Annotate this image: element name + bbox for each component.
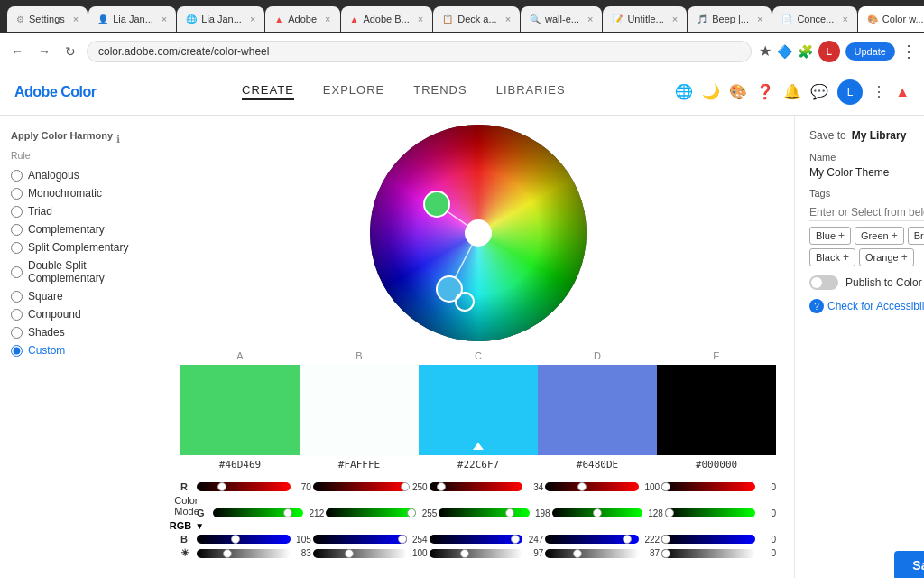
publish-toggle[interactable] bbox=[809, 275, 838, 290]
b-thumb-e[interactable] bbox=[661, 535, 670, 544]
rule-custom[interactable]: Custom bbox=[11, 341, 151, 359]
color-icon[interactable]: 🎨 bbox=[729, 83, 747, 100]
rule-double-split[interactable]: Double Split Complementary bbox=[11, 256, 151, 287]
color-mode-chevron[interactable]: ▼ bbox=[195, 521, 204, 531]
tab-close[interactable]: × bbox=[587, 14, 593, 24]
bright-track-e[interactable] bbox=[661, 549, 755, 558]
user-avatar[interactable]: L bbox=[837, 79, 863, 105]
tab-concept[interactable]: 📄 Conce... × bbox=[772, 6, 856, 32]
bright-thumb-b[interactable] bbox=[345, 549, 354, 558]
forward-button[interactable]: → bbox=[34, 42, 54, 61]
nav-explore[interactable]: EXPLORE bbox=[323, 83, 384, 100]
tab-beep[interactable]: 🎵 Beep |... × bbox=[688, 6, 772, 32]
moon-icon[interactable]: 🌙 bbox=[702, 83, 720, 100]
rule-complementary[interactable]: Complementary bbox=[11, 220, 151, 238]
tab-deck[interactable]: 📋 Deck a... × bbox=[433, 6, 520, 32]
tags-input[interactable] bbox=[809, 204, 924, 221]
tab-close[interactable]: × bbox=[757, 14, 762, 24]
tab-google[interactable]: 🔍 wall-e... × bbox=[521, 6, 602, 32]
rule-double-radio[interactable] bbox=[11, 266, 23, 278]
bright-thumb-e[interactable] bbox=[661, 549, 670, 558]
extension-icon[interactable]: 🔷 bbox=[777, 44, 792, 59]
tab-lia2[interactable]: 🌐 Lia Jan... × bbox=[177, 6, 264, 32]
swatch-e[interactable] bbox=[657, 365, 776, 455]
rule-custom-radio[interactable] bbox=[11, 345, 23, 357]
apps-icon[interactable]: ⋮ bbox=[872, 83, 886, 100]
bright-track-d[interactable] bbox=[545, 549, 639, 558]
tab-close[interactable]: × bbox=[73, 14, 79, 24]
tab-close[interactable]: × bbox=[325, 14, 330, 24]
r-track-c[interactable] bbox=[430, 482, 523, 491]
address-input[interactable] bbox=[87, 41, 752, 62]
notification-icon[interactable]: 🔔 bbox=[783, 83, 801, 100]
share-icon[interactable]: 💬 bbox=[810, 83, 828, 100]
reload-button[interactable]: ↻ bbox=[61, 42, 79, 61]
r-track-d[interactable] bbox=[545, 482, 639, 491]
tab-adobe2[interactable]: ▲ Adobe B... × bbox=[341, 6, 433, 32]
rule-square-radio[interactable] bbox=[11, 291, 23, 303]
r-track-a[interactable] bbox=[197, 482, 291, 491]
g-thumb-d[interactable] bbox=[593, 508, 602, 517]
g-track-d[interactable] bbox=[552, 508, 642, 517]
g-thumb-e[interactable] bbox=[665, 508, 674, 517]
b-track-e[interactable] bbox=[661, 535, 755, 544]
tag-orange[interactable]: Orange + bbox=[859, 248, 914, 266]
b-thumb-a[interactable] bbox=[231, 535, 240, 544]
tab-close[interactable]: × bbox=[842, 14, 847, 24]
tag-blue[interactable]: Blue + bbox=[809, 227, 851, 245]
swatch-b[interactable] bbox=[300, 365, 419, 455]
g-track-c[interactable] bbox=[439, 508, 529, 517]
b-track-c[interactable] bbox=[430, 535, 523, 544]
r-thumb-d[interactable] bbox=[578, 482, 587, 491]
tab-settings[interactable]: ⚙ Settings × bbox=[7, 6, 88, 32]
rule-split-complementary[interactable]: Split Complementary bbox=[11, 238, 151, 256]
rule-triad-radio[interactable] bbox=[11, 206, 23, 218]
help-icon[interactable]: ❓ bbox=[756, 83, 774, 100]
bookmark-icon[interactable]: ★ bbox=[759, 42, 772, 60]
b-track-b[interactable] bbox=[313, 535, 407, 544]
tab-color-wheel[interactable]: 🎨 Color w... × bbox=[858, 6, 924, 32]
rule-triad[interactable]: Triad bbox=[11, 202, 151, 220]
b-thumb-c[interactable] bbox=[511, 535, 520, 544]
g-thumb-c[interactable] bbox=[505, 508, 514, 517]
bright-thumb-d[interactable] bbox=[573, 549, 582, 558]
rule-split-radio[interactable] bbox=[11, 242, 23, 254]
r-thumb-c[interactable] bbox=[437, 482, 446, 491]
name-input[interactable] bbox=[809, 166, 924, 179]
menu-icon[interactable]: ⋮ bbox=[901, 42, 917, 61]
g-thumb-b[interactable] bbox=[407, 508, 416, 517]
nav-create[interactable]: CREATE bbox=[242, 83, 294, 100]
rule-analogous[interactable]: Analogous bbox=[11, 166, 151, 184]
accessibility-link[interactable]: Check for Accessibility bbox=[827, 300, 924, 312]
tag-black[interactable]: Black + bbox=[809, 248, 855, 266]
color-mode-row[interactable]: RGB ▼ bbox=[170, 520, 204, 531]
rule-analogous-radio[interactable] bbox=[11, 170, 23, 182]
tab-lia1[interactable]: 👤 Lia Jan... × bbox=[88, 6, 176, 32]
swatch-d[interactable] bbox=[538, 365, 657, 455]
adobe-icon[interactable]: ▲ bbox=[895, 84, 910, 100]
tag-green[interactable]: Green + bbox=[855, 227, 904, 245]
tab-untitled[interactable]: 📝 Untitle... × bbox=[603, 6, 687, 32]
g-thumb-a[interactable] bbox=[283, 508, 292, 517]
info-icon[interactable]: ℹ bbox=[116, 134, 120, 145]
rule-square[interactable]: Square bbox=[11, 287, 151, 305]
rule-monochromatic-radio[interactable] bbox=[11, 188, 23, 200]
extension2-icon[interactable]: 🧩 bbox=[798, 44, 813, 59]
rule-shades-radio[interactable] bbox=[11, 327, 23, 339]
save-button[interactable]: Save bbox=[894, 551, 924, 578]
tab-close[interactable]: × bbox=[162, 14, 167, 24]
g-track-e[interactable] bbox=[665, 508, 755, 517]
r-thumb-a[interactable] bbox=[217, 482, 226, 491]
globe-icon[interactable]: 🌐 bbox=[675, 83, 693, 100]
nav-libraries[interactable]: LIBRARIES bbox=[496, 83, 566, 100]
b-thumb-b[interactable] bbox=[398, 535, 407, 544]
nav-trends[interactable]: TRENDS bbox=[413, 83, 467, 100]
tab-close[interactable]: × bbox=[672, 14, 678, 24]
color-wheel[interactable] bbox=[370, 125, 587, 341]
b-track-d[interactable] bbox=[545, 535, 639, 544]
r-thumb-e[interactable] bbox=[661, 482, 670, 491]
tab-close[interactable]: × bbox=[250, 14, 255, 24]
tab-adobe1[interactable]: ▲ Adobe × bbox=[265, 6, 339, 32]
b-track-a[interactable] bbox=[197, 535, 291, 544]
tag-green-plus[interactable]: + bbox=[892, 229, 898, 242]
